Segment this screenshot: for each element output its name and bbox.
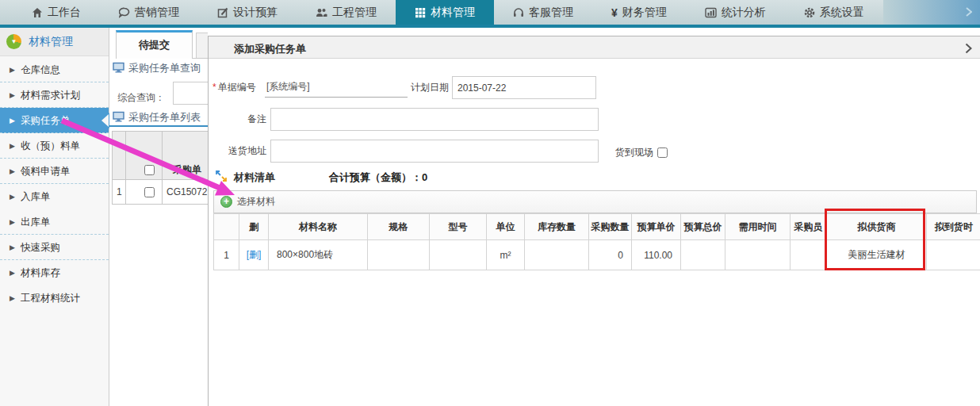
sidebar-item-outbound-order[interactable]: ▶出库单: [0, 209, 109, 235]
chat-icon: [119, 7, 130, 18]
sidebar-item-material-demand-plan[interactable]: ▶材料需求计划: [0, 82, 109, 108]
triangle-bullet-icon: ▶: [10, 285, 15, 311]
cell-stock-qty: [525, 240, 589, 270]
select-materials-button[interactable]: 选择材料: [237, 195, 275, 209]
doc-no-input[interactable]: [265, 77, 408, 98]
bar-chart-icon: [705, 7, 717, 18]
delivery-address-input[interactable]: [270, 140, 599, 163]
home-icon: [32, 7, 43, 18]
nav-tab-label: 设计预算: [233, 6, 278, 20]
section-purchase-task-query: 采购任务单查询: [113, 61, 201, 75]
nav-tab-label: 统计分析: [722, 6, 766, 20]
content-area: ▼ 材料管理 ▶仓库信息 ▶材料需求计划 ▶采购任务单 ▶收（预）料单 ▶领料申…: [0, 28, 980, 406]
nav-tab-label: 财务管理: [622, 6, 667, 20]
nav-tab-settings[interactable]: 系统设置: [785, 0, 883, 25]
nav-tab-finance[interactable]: ¥ 财务管理: [592, 0, 686, 25]
col-budget-price: 预算单价: [632, 214, 681, 240]
plan-date-input[interactable]: [452, 76, 596, 99]
triangle-bullet-icon: ▶: [10, 159, 15, 184]
on-site-delivery-field: 货到现场: [615, 146, 668, 159]
col-proposed-supplier: 拟供货商: [827, 214, 927, 240]
triangle-bullet-icon: ▶: [10, 82, 15, 108]
select-all-checkbox[interactable]: [144, 165, 155, 175]
sidebar-item-purchase-task-order[interactable]: ▶采购任务单: [0, 108, 109, 133]
nav-tab-label: 系统设置: [820, 6, 864, 20]
col-buyer: 采购员: [791, 214, 827, 240]
sidebar-item-receive-material-order[interactable]: ▶收（预）料单: [0, 133, 109, 159]
tab-next-partial[interactable]: [196, 33, 208, 59]
sidebar-item-project-material-stats[interactable]: ▶工程材料统计: [0, 285, 109, 311]
triangle-bullet-icon: ▶: [10, 235, 15, 260]
nav-tab-marketing[interactable]: 营销管理: [100, 0, 198, 25]
cell-budget-total: [681, 240, 725, 270]
sidebar-item-warehouse-info[interactable]: ▶仓库信息: [0, 57, 109, 82]
triangle-bullet-icon: ▶: [10, 260, 15, 285]
query-input[interactable]: [173, 82, 208, 105]
remark-input[interactable]: [270, 108, 599, 131]
col-stock-qty: 库存数量: [525, 214, 589, 240]
resize-arrows-icon: [215, 170, 228, 185]
nav-tab-label: 工程管理: [332, 6, 377, 20]
materials-section-header: 材料清单 合计预算（金额）：0: [215, 170, 427, 185]
cell-purchase-qty: 0: [589, 240, 632, 270]
on-site-delivery-checkbox[interactable]: [657, 147, 668, 158]
sidebar-item-quick-purchase[interactable]: ▶快速采购: [0, 235, 109, 260]
sidebar-item-material-request[interactable]: ▶领料申请单: [0, 159, 109, 184]
col-material-name: 材料名称: [269, 214, 368, 240]
gear-icon: [804, 7, 815, 18]
cell-buyer: [791, 240, 827, 270]
col-rownum: [214, 214, 239, 240]
nav-collapse-icon[interactable]: [966, 6, 972, 20]
nav-tab-design-budget[interactable]: 设计预算: [198, 0, 297, 25]
cell-model: [430, 240, 487, 270]
remark-label: 备注: [247, 108, 266, 131]
triangle-bullet-icon: ▶: [10, 133, 15, 159]
materials-table-header-row: 删 材料名称 规格 型号 单位 库存数量 采购数量 预算单价 预算总价 需用时间…: [214, 214, 980, 240]
row-checkbox[interactable]: [144, 187, 155, 197]
table-row: 1 [删] 800×800地砖 m² 0 110.00 美丽生活建材: [214, 240, 980, 270]
tab-pending-submit[interactable]: 待提交: [116, 30, 193, 59]
row-number: 1: [117, 186, 122, 197]
add-plus-icon[interactable]: +: [220, 196, 232, 208]
nav-tab-workbench[interactable]: 工作台: [13, 0, 100, 25]
sidebar-title: 材料管理: [29, 35, 73, 49]
panel-title: 添加采购任务单: [234, 42, 306, 56]
nav-tab-statistics[interactable]: 统计分析: [686, 0, 785, 25]
nav-tab-label: 材料管理: [431, 6, 475, 20]
headset-icon: [513, 7, 524, 18]
total-budget: 合计预算（金额）：0: [329, 170, 427, 185]
column-header-order-no: 采购单: [173, 163, 201, 177]
cell-supplier: 美丽生活建材: [827, 240, 927, 270]
nav-tab-customer-service[interactable]: 客服管理: [494, 0, 592, 25]
col-proposed-arrival: 拟到货时: [927, 214, 980, 240]
nav-tab-materials[interactable]: 材料管理: [396, 0, 494, 25]
module-circle-icon: ▼: [6, 34, 21, 49]
cell-unit: m²: [487, 240, 525, 270]
monitor-icon: [113, 111, 124, 124]
col-budget-total: 预算总价: [681, 214, 725, 240]
sidebar-header[interactable]: ▼ 材料管理: [0, 28, 109, 56]
monitor-icon: [113, 62, 124, 75]
required-marker: *: [212, 82, 216, 93]
materials-toolbar: + 选择材料: [213, 190, 977, 213]
cell-need-time: [725, 240, 791, 270]
section-purchase-task-list: 采购任务单列表: [113, 110, 201, 124]
materials-section-title: 材料清单: [234, 170, 275, 185]
triangle-bullet-icon: ▶: [10, 108, 15, 133]
col-model: 型号: [430, 214, 487, 240]
sidebar-item-material-stock[interactable]: ▶材料库存: [0, 260, 109, 285]
nav-tab-label: 营销管理: [135, 6, 179, 20]
cell-arrival: [927, 240, 980, 270]
add-purchase-task-panel: 添加采购任务单 *单据编号 计划日期 备注 送货地址 货到现场 材料清单 合计预…: [208, 36, 980, 406]
col-purchase-qty: 采购数量: [589, 214, 632, 240]
collapse-panel-icon[interactable]: [965, 43, 972, 56]
panel-header: 添加采购任务单: [209, 36, 980, 59]
sidebar-material-management: ▼ 材料管理 ▶仓库信息 ▶材料需求计划 ▶采购任务单 ▶收（预）料单 ▶领料申…: [0, 28, 109, 406]
materials-table: 删 材料名称 规格 型号 单位 库存数量 采购数量 预算单价 预算总价 需用时间…: [213, 213, 980, 270]
sidebar-item-inbound-order[interactable]: ▶入库单: [0, 184, 109, 209]
plan-date-label: 计划日期: [411, 76, 449, 99]
grid-icon: [415, 7, 426, 18]
delete-row-link[interactable]: [删]: [247, 249, 262, 260]
col-unit: 单位: [487, 214, 525, 240]
nav-tab-project[interactable]: 工程管理: [297, 0, 396, 25]
